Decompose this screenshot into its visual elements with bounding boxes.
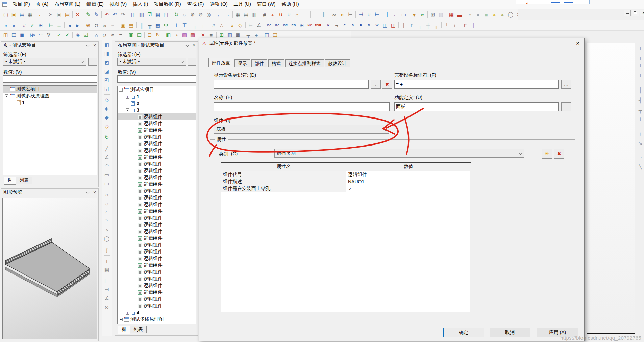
arrow-node-icon[interactable]: ↓ xyxy=(199,22,207,29)
layout-view-tab[interactable]: 列表 xyxy=(130,326,147,333)
arc-polygon-icon[interactable]: ◠ xyxy=(103,162,110,170)
node-t-3-icon[interactable]: ┬ xyxy=(637,105,644,115)
junction-down-icon[interactable]: ⊤ xyxy=(180,22,189,29)
omega-icon[interactable]: Ω xyxy=(100,31,108,39)
expand-icon[interactable]: + xyxy=(119,318,123,321)
corner-frame-icon[interactable]: Γ xyxy=(461,22,469,29)
logic-component-item[interactable]: 逻辑组件 xyxy=(118,221,196,228)
node-t-2-icon[interactable]: ┤ xyxy=(637,95,644,105)
line-diagonal-icon[interactable]: ╲ xyxy=(637,162,644,172)
cancel-button[interactable]: 取消 xyxy=(490,328,530,337)
logic-component-item[interactable]: 逻辑组件 xyxy=(118,127,196,134)
restore-icon[interactable] xyxy=(632,10,639,16)
dialog-tab[interactable]: 部件 xyxy=(251,59,267,67)
dxf-label-icon[interactable]: DXF xyxy=(314,22,322,29)
logic-component-item[interactable]: 逻辑组件 xyxy=(118,302,196,309)
logic-component-item[interactable]: 逻辑组件 xyxy=(118,188,196,194)
bc-group-1-icon[interactable]: BC xyxy=(265,22,273,29)
undo-history-icon[interactable]: ↶ xyxy=(103,11,111,18)
layout-tree-root[interactable]: -测试宏项目 xyxy=(118,86,196,93)
logic-component-item[interactable]: 逻辑组件 xyxy=(118,134,196,140)
corner-down-left-icon[interactable]: ┐ xyxy=(637,51,644,61)
menu-item-11[interactable]: 帮助 (H) xyxy=(278,0,302,9)
menu-item-5[interactable]: 插入 (I) xyxy=(130,0,151,9)
filter-select[interactable]: - 未激活 - xyxy=(117,58,186,66)
full-tag-input[interactable] xyxy=(394,80,559,89)
snap-plus-icon[interactable]: + xyxy=(269,11,277,18)
logic-component-item[interactable]: 逻辑组件 xyxy=(118,235,196,242)
new-page-icon[interactable]: ▢ xyxy=(2,11,10,18)
refresh-icon[interactable]: ↻ xyxy=(172,11,180,18)
value-input[interactable] xyxy=(117,75,196,83)
device-tag-input[interactable] xyxy=(214,80,369,89)
state-ellipse-icon[interactable]: ◯ xyxy=(506,11,515,18)
logic-component-item[interactable]: 逻辑组件 xyxy=(118,228,196,235)
pages-view-tab[interactable]: 树 xyxy=(4,177,16,185)
close-window-icon[interactable]: ✕ xyxy=(640,10,644,16)
dim-angle-icon[interactable]: ∡ xyxy=(103,294,110,303)
logic-component-item[interactable]: 逻辑组件 xyxy=(118,208,196,215)
panel-menu-chevron-icon[interactable] xyxy=(184,43,190,48)
logic-component-item[interactable]: 逻辑组件 xyxy=(118,174,196,181)
state-brackets-icon[interactable]: ∷ xyxy=(515,11,518,18)
plc-grid-icon[interactable]: ⊞ xyxy=(298,22,306,29)
grid-coarse-icon[interactable]: ▥ xyxy=(250,11,258,18)
conn-t-icon[interactable]: ┬ xyxy=(416,22,424,29)
state-circle-1-icon[interactable]: ○ xyxy=(466,11,474,18)
check-page-icon[interactable]: ✓ xyxy=(55,31,63,39)
category-select[interactable]: 所有类别 xyxy=(274,149,524,158)
arrow-zigzag-icon[interactable]: ↘ xyxy=(637,138,644,149)
layout-view-tab[interactable]: 树 xyxy=(118,326,130,334)
dialog-close-icon[interactable]: ✕ xyxy=(575,40,581,46)
device-prev-icon[interactable]: ► xyxy=(74,22,82,29)
logic-component-item[interactable]: 逻辑组件 xyxy=(118,255,196,262)
view-cube-2-icon[interactable]: ◨ xyxy=(103,49,110,58)
cable-tree-icon[interactable]: Ψ xyxy=(162,22,170,29)
frame-left-icon[interactable]: ⌊ xyxy=(383,11,392,18)
expand-icon[interactable]: + xyxy=(126,95,129,99)
add-property-button[interactable]: ☀ xyxy=(542,149,552,159)
move-pair-icon[interactable]: ∞ xyxy=(330,11,338,18)
list-filter-icon[interactable]: ≣ xyxy=(55,22,63,29)
cart-icon[interactable]: ¤ xyxy=(228,22,236,29)
pages-tree-item[interactable]: 测试宏项目 xyxy=(3,86,97,93)
corner-down-right-icon[interactable]: ┌ xyxy=(637,41,644,51)
spline-icon[interactable]: ∫ xyxy=(103,245,110,254)
line-icon[interactable]: ╱ xyxy=(103,144,110,153)
property-value-cell[interactable]: ✓ xyxy=(346,185,471,192)
connect-right-icon[interactable]: ⊢ xyxy=(373,11,381,18)
device-box-icon[interactable]: ▣ xyxy=(119,22,127,29)
state-circle-3-icon[interactable]: ● xyxy=(490,11,498,18)
name-input[interactable] xyxy=(214,102,390,111)
macro-underline-icon[interactable]: ◫ xyxy=(389,22,397,29)
copy-format-icon[interactable]: ✎ xyxy=(84,11,92,18)
paste-icon[interactable]: ▤ xyxy=(63,11,71,18)
corner-up-left-icon[interactable]: ┘ xyxy=(637,72,644,82)
plus-node-icon[interactable]: + xyxy=(451,22,459,29)
view-cube-5-icon[interactable]: ◰ xyxy=(103,76,110,84)
align-horizontal-icon[interactable]: ≡ xyxy=(312,11,320,18)
logic-component-item[interactable]: 逻辑组件 xyxy=(118,161,196,167)
bc-group-3-icon[interactable]: BR xyxy=(281,22,290,29)
drill-checkbox[interactable]: ✓ xyxy=(348,187,352,191)
connect-u-icon[interactable]: ∪ xyxy=(365,11,373,18)
connect-left-icon[interactable]: ⊣ xyxy=(357,11,365,18)
equal-icon[interactable]: = xyxy=(117,31,125,39)
panel-close-icon[interactable]: ✕ xyxy=(191,43,197,48)
align-vertical-icon[interactable]: ∥ xyxy=(320,11,328,18)
grid-fine-icon[interactable]: ▦ xyxy=(234,11,242,18)
delete-selection-icon[interactable]: ✕ xyxy=(74,11,82,18)
image-icon[interactable]: ▦ xyxy=(103,265,110,274)
corner-up-right-icon[interactable]: └ xyxy=(637,61,644,72)
settings-wrench-icon[interactable]: ⌐ xyxy=(36,11,45,18)
graphic-preview-icon[interactable]: ◳ xyxy=(162,11,170,18)
polyline-icon[interactable]: ∠ xyxy=(103,153,110,162)
coil-s-icon[interactable]: S xyxy=(349,22,357,29)
move-rule-icon[interactable]: ⊢ xyxy=(346,11,354,18)
gear-dots-icon[interactable]: ∴ xyxy=(218,22,226,29)
panel-close-icon[interactable]: ✕ xyxy=(92,190,97,195)
logic-component-item[interactable]: 逻辑组件 xyxy=(118,289,196,296)
dialog-tab[interactable]: 格式 xyxy=(268,59,284,67)
table-view-icon[interactable]: ▦ xyxy=(154,11,162,18)
collapse-icon[interactable]: - xyxy=(126,108,129,112)
